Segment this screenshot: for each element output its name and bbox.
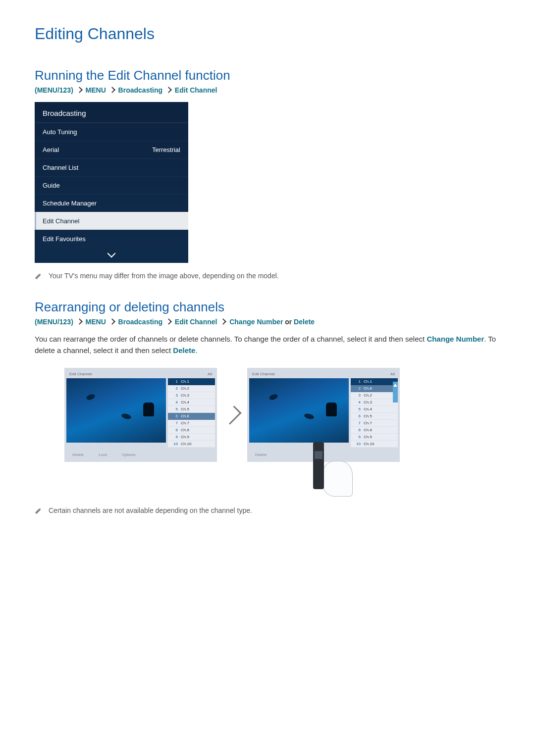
move-up-indicator [393,382,398,403]
channel-name: Ch.8 [181,428,189,432]
menu-header: Broadcasting [35,102,188,123]
menu-item-label: Guide [43,182,60,189]
bc2-menu123: MENU/123 [37,318,71,326]
channel-row[interactable]: 2Ch.2 [168,385,215,392]
channel-row[interactable]: 4Ch.3 [351,399,398,406]
menu-item[interactable]: AerialTerrestrial [35,141,188,158]
menu-item[interactable]: Guide [35,176,188,194]
shot1-title: Edit Channel [69,372,92,376]
pencil-icon [33,506,43,516]
bc2-p2: Edit Channel [175,318,217,326]
chevron-right-icon [76,318,83,325]
chevron-down-icon [35,248,188,263]
bc1-menu123: MENU/123 [37,86,71,94]
channel-number: 8 [171,428,178,432]
channel-row[interactable]: 10Ch.10 [168,441,215,448]
channel-number: 4 [354,400,361,404]
channel-number: 3 [171,393,178,398]
channel-row[interactable]: 6Ch.5 [351,413,398,420]
channel-number: 3 [354,393,361,398]
shot2-delete-button[interactable]: Delete [255,453,267,457]
bc2-delete: Delete [294,318,315,326]
channel-name: Ch.2 [364,393,372,398]
channel-name: Ch.7 [181,421,189,425]
breadcrumb-2: (MENU/123) MENU Broadcasting Edit Channe… [35,318,500,326]
channel-name: Ch.5 [181,407,189,411]
bc1-close: ) [71,86,73,94]
bc2-p3: Change Number [229,318,283,326]
channel-name: Ch.3 [181,393,189,398]
channel-number: 2 [354,386,361,391]
channel-number: 6 [171,414,178,418]
shot1-filter: All [208,372,212,376]
menu-item-value: Terrestrial [152,146,180,153]
channel-number: 7 [354,421,361,425]
channel-number: 8 [354,428,361,432]
menu-item[interactable]: Channel List [35,158,188,176]
channel-number: 9 [171,435,178,439]
channel-row[interactable]: 2Ch.6 [351,385,398,392]
channel-row[interactable]: 8Ch.8 [351,427,398,434]
arrow-up-icon [393,384,397,387]
channel-row[interactable]: 7Ch.7 [351,420,398,427]
note-1-text: Your TV's menu may differ from the image… [49,272,279,280]
channel-row[interactable]: 8Ch.8 [168,427,215,434]
chevron-right-icon [109,318,115,325]
menu-item-label: Schedule Manager [43,200,97,207]
remote-hand-illustration [308,442,353,497]
broadcasting-menu: Broadcasting Auto TuningAerialTerrestria… [35,102,188,263]
p-t3: . [195,346,197,354]
chevron-right-icon [76,87,83,93]
channel-row[interactable]: 9Ch.9 [351,434,398,441]
shot2-filter: All [390,372,395,376]
shot1-lock-button[interactable]: Lock [99,453,107,457]
note-1: Your TV's menu may differ from the image… [35,272,500,280]
channel-name: Ch.8 [364,428,372,432]
p-k2: Delete [173,346,195,354]
channel-number: 5 [354,407,361,411]
menu-item[interactable]: Edit Favourites [35,230,188,248]
channel-number: 4 [171,400,178,404]
screenshot-after: Edit Channel All 1Ch.12Ch.63Ch.24Ch.35Ch… [247,368,400,462]
pencil-icon [33,271,43,281]
channel-row[interactable]: 4Ch.4 [168,399,215,406]
chevron-right-icon [165,87,172,93]
shot2-channel-list: 1Ch.12Ch.63Ch.24Ch.35Ch.46Ch.57Ch.78Ch.8… [351,378,398,448]
menu-item-label: Edit Favourites [43,235,86,243]
menu-item-label: Auto Tuning [43,128,77,136]
section2-paragraph: You can rearrange the order of channels … [35,334,500,356]
channel-row[interactable]: 3Ch.3 [168,392,215,399]
channel-number: 10 [354,442,361,446]
chevron-right-icon [220,318,226,325]
note-2-text: Certain channels are not available depen… [49,506,252,514]
channel-name: Ch.2 [181,386,189,391]
bc2-or: or [285,318,294,326]
channel-name: Ch.1 [181,379,189,384]
channel-row[interactable]: 10Ch.10 [351,441,398,448]
menu-item[interactable]: Auto Tuning [35,123,188,141]
channel-row[interactable]: 1Ch.1 [168,378,215,385]
channel-row[interactable]: 7Ch.7 [168,420,215,427]
channel-name: Ch.10 [364,442,374,446]
section1-title: Running the Edit Channel function [35,68,500,83]
bc2-p1: Broadcasting [118,318,162,326]
channel-row[interactable]: 3Ch.2 [351,392,398,399]
shot2-title: Edit Channel [252,372,275,376]
channel-row[interactable]: 5Ch.5 [168,406,215,413]
screenshot-before: Edit Channel All 1Ch.12Ch.23Ch.34Ch.45Ch… [64,368,217,462]
shot1-delete-button[interactable]: Delete [72,453,84,457]
bc1-p0: MENU [86,86,106,94]
bc1-p2: Edit Channel [175,86,217,94]
menu-item[interactable]: Schedule Manager [35,194,188,212]
channel-number: 6 [354,414,361,418]
menu-item[interactable]: Edit Channel [35,212,188,230]
channel-row[interactable]: 5Ch.4 [351,406,398,413]
channel-number: 7 [171,421,178,425]
channel-row[interactable]: 6Ch.6 [168,413,215,420]
channel-name: Ch.5 [364,414,372,418]
shot1-options-button[interactable]: Options [122,453,136,457]
chevron-right-icon [109,87,115,93]
channel-row[interactable]: 1Ch.1 [351,378,398,385]
channel-row[interactable]: 9Ch.9 [168,434,215,441]
channel-number: 10 [171,442,178,446]
